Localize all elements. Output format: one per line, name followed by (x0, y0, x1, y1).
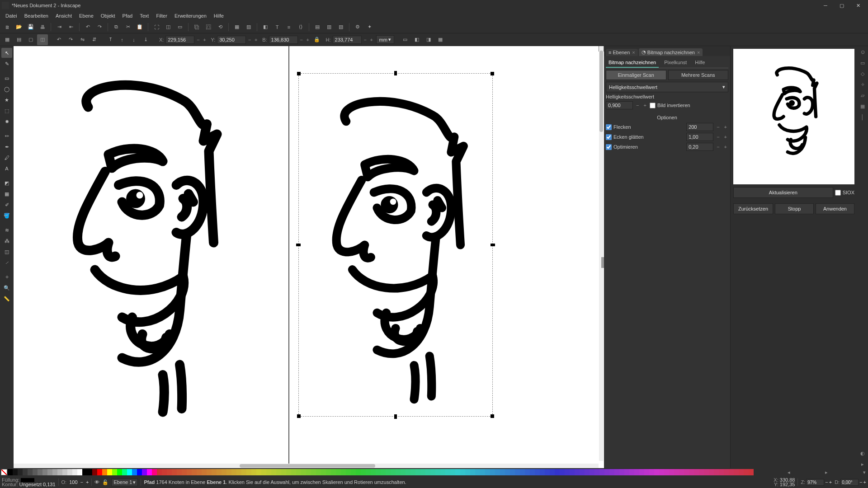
color-swatch[interactable] (510, 469, 515, 475)
color-swatch[interactable] (366, 469, 371, 475)
x-input[interactable]: 229,156 (165, 36, 194, 44)
scale-gradient-icon[interactable]: ◨ (423, 34, 434, 45)
color-swatch[interactable] (331, 469, 336, 475)
align-dialog-icon[interactable]: ▤ (312, 22, 323, 33)
minimize-button[interactable]: ─ (817, 0, 834, 10)
group-icon[interactable]: ▦ (231, 22, 242, 33)
color-swatch[interactable] (212, 469, 217, 475)
color-swatch[interactable] (709, 469, 714, 475)
rot-plus[interactable]: + (863, 479, 866, 485)
canvas[interactable]: ▾ (14, 46, 604, 468)
star-tool-icon[interactable]: ★ (1, 95, 12, 105)
color-swatch[interactable] (614, 469, 619, 475)
color-swatch[interactable] (430, 469, 435, 475)
traced-path[interactable] (303, 78, 488, 412)
tweak-tool-icon[interactable]: ≋ (1, 225, 12, 235)
color-swatch[interactable] (336, 469, 341, 475)
color-swatch[interactable] (406, 469, 410, 475)
color-swatch[interactable] (202, 469, 207, 475)
color-swatch[interactable] (440, 469, 445, 475)
color-swatch[interactable] (386, 469, 391, 475)
menu-file[interactable]: Datei (2, 12, 21, 20)
h-plus[interactable]: + (369, 37, 374, 42)
sel-handle-bm[interactable] (394, 414, 397, 419)
color-swatch[interactable] (132, 469, 137, 475)
spray-tool-icon[interactable]: ⁂ (1, 236, 12, 246)
threshold-input[interactable]: 0,900 (606, 101, 633, 109)
trace-dialog-icon[interactable]: ▧ (335, 22, 346, 33)
select-all-icon[interactable]: ▤ (14, 34, 24, 45)
palette-menu-icon[interactable]: ▾ (862, 469, 867, 475)
copy-icon[interactable]: ⧉ (111, 22, 122, 33)
color-swatch[interactable] (182, 469, 187, 475)
optimize-minus[interactable]: − (715, 144, 721, 150)
gradient-tool-icon[interactable]: ◩ (1, 178, 12, 188)
canvas-hscroll[interactable] (14, 464, 599, 468)
unlink-icon[interactable]: ⟲ (215, 22, 226, 33)
color-swatch[interactable] (396, 469, 401, 475)
opacity-value[interactable]: 100 (69, 479, 77, 485)
scale-corners-icon[interactable]: ◧ (411, 34, 422, 45)
color-swatch[interactable] (381, 469, 386, 475)
color-swatch[interactable] (624, 469, 629, 475)
flip-h-icon[interactable]: ⇋ (77, 34, 88, 45)
color-swatch[interactable] (251, 469, 256, 475)
optimize-checkbox[interactable] (606, 144, 612, 150)
color-swatch[interactable] (425, 469, 430, 475)
measure-tool-icon[interactable]: 📏 (1, 294, 12, 304)
dock-tab-layers[interactable]: ≡ Ebenen × (606, 49, 638, 56)
color-swatch[interactable] (644, 469, 649, 475)
color-swatch[interactable] (609, 469, 614, 475)
color-swatch[interactable] (57, 469, 62, 475)
color-swatch[interactable] (485, 469, 490, 475)
undo-icon[interactable]: ↶ (82, 22, 93, 33)
opacity-minus[interactable]: − (80, 479, 83, 485)
color-swatch[interactable] (470, 469, 475, 475)
color-swatch[interactable] (127, 469, 132, 475)
optimize-input[interactable]: 0,20 (686, 143, 713, 151)
color-swatch[interactable] (33, 469, 38, 475)
color-swatch[interactable] (490, 469, 495, 475)
color-swatch[interactable] (142, 469, 147, 475)
color-swatch[interactable] (535, 469, 540, 475)
color-swatch[interactable] (67, 469, 72, 475)
zoom-input[interactable] (806, 479, 824, 486)
color-swatch[interactable] (684, 469, 689, 475)
color-swatch[interactable] (371, 469, 376, 475)
optimize-plus[interactable]: + (723, 144, 728, 150)
color-swatch[interactable] (465, 469, 470, 475)
color-swatch[interactable] (162, 469, 167, 475)
update-button[interactable]: Aktualisieren (733, 187, 833, 198)
rotate-cw-icon[interactable]: ↷ (65, 34, 76, 45)
color-swatch[interactable] (97, 469, 102, 475)
calligraphy-tool-icon[interactable]: 🖊 (1, 153, 12, 163)
color-swatch[interactable] (530, 469, 535, 475)
snap-page-icon[interactable]: ▱ (859, 91, 867, 99)
color-swatch[interactable] (376, 469, 381, 475)
color-swatch[interactable] (356, 469, 361, 475)
color-swatch[interactable] (391, 469, 396, 475)
color-swatch[interactable] (704, 469, 709, 475)
text-tool-icon[interactable]: A (1, 164, 12, 174)
close-icon[interactable]: × (697, 50, 700, 55)
smooth-input[interactable]: 1,00 (686, 133, 713, 141)
menu-path[interactable]: Pfad (119, 12, 137, 20)
color-swatch[interactable] (361, 469, 366, 475)
color-swatch[interactable] (42, 469, 47, 475)
color-swatch[interactable] (137, 469, 142, 475)
stroke-value[interactable]: Ungesetzt (19, 482, 42, 487)
color-swatch[interactable] (311, 469, 316, 475)
color-swatch[interactable] (525, 469, 530, 475)
menu-view[interactable]: Ansicht (52, 12, 75, 20)
color-swatch[interactable] (634, 469, 639, 475)
color-swatch[interactable] (286, 469, 291, 475)
sel-handle-ml[interactable] (296, 244, 301, 246)
dock-tab-trace[interactable]: ◔ Bitmap nachzeichnen × (639, 48, 703, 56)
color-swatch[interactable] (734, 469, 739, 475)
eraser-tool-icon[interactable]: ◫ (1, 247, 12, 257)
color-swatch[interactable] (401, 469, 406, 475)
color-swatch[interactable] (276, 469, 281, 475)
color-swatch[interactable] (739, 469, 744, 475)
print-icon[interactable]: 🖶 (37, 22, 48, 33)
opacity-plus[interactable]: + (86, 479, 89, 485)
